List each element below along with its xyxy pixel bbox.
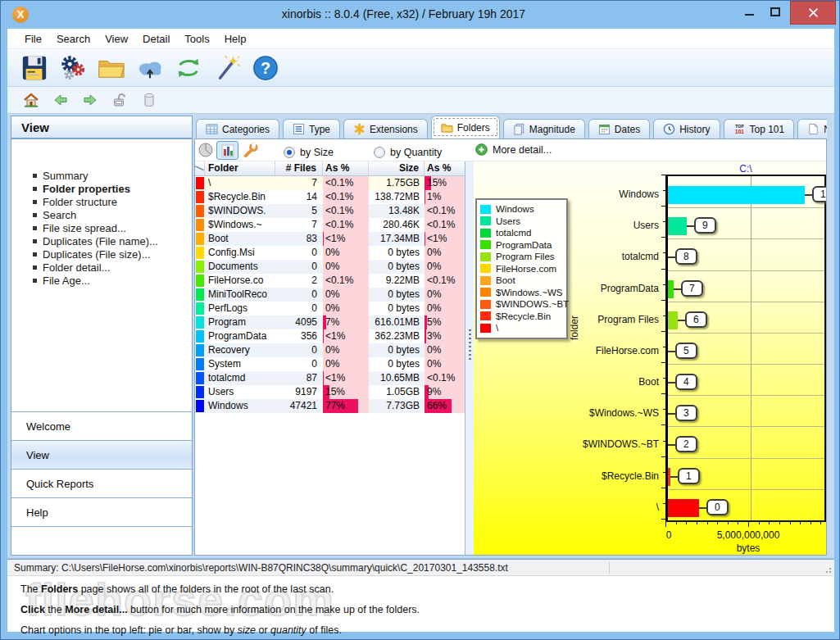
bar-chart-button[interactable] — [216, 141, 238, 160]
size-cell: 0 bytes — [369, 246, 425, 260]
tab-top-101[interactable]: TOP101Top 101 — [724, 119, 795, 138]
sidebar-item-summary[interactable]: Summary — [33, 169, 192, 182]
folder-cell: Windows — [205, 399, 275, 413]
home-button[interactable] — [22, 91, 40, 109]
table-row[interactable]: Boot83<1%17.34MB<1% — [195, 232, 465, 246]
tab-type[interactable]: Type — [283, 119, 340, 138]
x-axis-label: bytes — [703, 542, 793, 554]
header-cell-as[interactable]: As % — [425, 161, 465, 175]
unlock-button[interactable] — [111, 91, 129, 109]
splitter[interactable] — [465, 161, 474, 555]
menu-item-tools[interactable]: Tools — [177, 30, 216, 48]
database-button[interactable] — [140, 91, 158, 109]
file-count-cell: 47421 — [275, 399, 323, 413]
header-cell-files[interactable]: # Files — [275, 161, 323, 175]
file-count-cell: 356 — [275, 329, 323, 343]
sidebar-nav-quick-reports[interactable]: Quick Reports — [11, 469, 192, 497]
header-cell-size[interactable]: Size — [369, 161, 425, 175]
table-row[interactable]: MiniToolReco00%0 bytes0% — [195, 288, 465, 302]
header-cell-as[interactable]: As % — [323, 161, 369, 175]
table-row[interactable]: FileHorse.co2<0.1%9.22MB<0.1% — [195, 274, 465, 288]
file-count-cell: 87 — [275, 371, 323, 385]
sidebar-nav-label: Welcome — [26, 420, 70, 433]
menu-item-file[interactable]: File — [17, 30, 49, 48]
sidebar-nav-view[interactable]: View — [11, 440, 192, 469]
save-button[interactable] — [19, 52, 50, 84]
table-row[interactable]: $WINDOWS.5<0.1%13.48K<0.1% — [195, 204, 465, 218]
by-quantity-radio[interactable]: by Quantity — [374, 144, 442, 159]
table-row[interactable]: Documents00%0 bytes0% — [195, 260, 465, 274]
sidebar-nav-help[interactable]: Help — [11, 497, 192, 526]
back-button[interactable] — [52, 91, 70, 109]
maximize-button[interactable] — [770, 7, 780, 16]
sidebar-item-file-age[interactable]: File Age... — [33, 274, 192, 287]
tab-null[interactable]: Null — [797, 119, 827, 138]
sidebar-item-duplicates-file-size[interactable]: Duplicates (File size)... — [33, 247, 192, 261]
minimize-button[interactable] — [745, 14, 754, 16]
tab-dates[interactable]: Dates — [588, 119, 650, 138]
sidebar-item-folder-structure[interactable]: Folder structure — [33, 195, 192, 208]
legend-label: Users — [496, 216, 520, 226]
title-bar[interactable]: X xinorbis :: 8.0.4 (Free, x32) / Februa… — [1, 1, 839, 29]
size-percent-label: 1% — [427, 191, 441, 202]
help-button[interactable]: ? — [250, 52, 281, 84]
close-button[interactable] — [790, 1, 836, 25]
chart-settings-button[interactable] — [243, 143, 258, 161]
bar-callout: 1 — [678, 468, 700, 484]
table-row[interactable]: Config.Msi00%0 bytes0% — [195, 246, 465, 260]
sidebar-item-search[interactable]: Search — [33, 208, 192, 221]
table-row[interactable]: Users919715%1.05GB9% — [195, 385, 465, 399]
files-percent-label: 0% — [325, 247, 339, 258]
forward-button[interactable] — [81, 91, 99, 109]
sidebar-nav-welcome[interactable]: Welcome — [11, 411, 192, 440]
bottom-panel: Summary: C:\Users\FileHorse.com\xinorbis… — [7, 559, 834, 632]
refresh-button[interactable] — [173, 52, 204, 84]
table-row[interactable]: ProgramData356<1%362.23MB3% — [195, 329, 465, 343]
gridline-horizontal — [668, 302, 824, 302]
table-row[interactable]: \7<0.1%1.75GB15% — [195, 176, 465, 190]
tab-categories[interactable]: Categories — [196, 119, 279, 138]
table-row[interactable]: totalcmd87<1%10.65MB<0.1% — [195, 371, 465, 385]
bar-chart-icon — [220, 143, 235, 158]
tab-magnitude[interactable]: Magnitude — [503, 119, 585, 138]
cloud-upload-button[interactable] — [134, 52, 166, 84]
sidebar-item-duplicates-file-name[interactable]: Duplicates (File name)... — [33, 234, 192, 247]
header-cell-swatch[interactable] — [195, 161, 205, 175]
tab-extensions[interactable]: Extensions — [343, 119, 428, 138]
table-row[interactable]: $Recycle.Bin14<0.1%138.72MB1% — [195, 190, 465, 204]
sidebar-item-folder-properties[interactable]: Folder properties — [33, 182, 192, 195]
bullet-icon — [33, 279, 37, 283]
pie-chart-button[interactable] — [198, 143, 213, 161]
sidebar: View SummaryFolder propertiesFolder stru… — [11, 116, 193, 556]
table-row[interactable]: PerfLogs00%0 bytes0% — [195, 302, 465, 315]
menu-item-detail[interactable]: Detail — [135, 30, 177, 48]
menu-item-search[interactable]: Search — [49, 30, 98, 48]
size-percent-cell: 9% — [425, 385, 465, 399]
table-row[interactable]: Recovery00%0 bytes0% — [195, 343, 465, 357]
open-folder-button[interactable] — [96, 52, 127, 84]
header-cell-folder[interactable]: Folder — [205, 161, 275, 175]
size-percent-label: <0.1% — [427, 372, 455, 384]
table-icon — [206, 123, 218, 135]
y-tick — [663, 315, 665, 316]
more-detail-button[interactable]: More detail... — [475, 143, 552, 156]
table-row[interactable]: Windows4742177%7.73GB66% — [195, 399, 465, 413]
table-row[interactable]: Program40957%616.01MB5% — [195, 315, 465, 329]
settings-button[interactable] — [57, 52, 89, 84]
wizard-button[interactable] — [211, 52, 243, 84]
table-row[interactable]: System00%0 bytes0% — [195, 357, 465, 371]
menu-item-help[interactable]: Help — [217, 30, 254, 48]
resize-grip-icon[interactable] — [824, 565, 832, 574]
table-row[interactable]: $Windows.~7<0.1%280.46K<0.1% — [195, 218, 465, 232]
by-size-radio[interactable]: by Size — [284, 144, 334, 159]
tab-history[interactable]: History — [653, 119, 720, 138]
tab-folders[interactable]: Folders — [431, 116, 500, 138]
description-area: filehorse.com The Folders page shows all… — [7, 576, 834, 632]
sidebar-item-file-size-spread[interactable]: File size spread... — [33, 221, 192, 234]
sidebar-item-folder-detail[interactable]: Folder detail... — [33, 261, 192, 274]
menu-item-view[interactable]: View — [98, 30, 135, 48]
wizard-icon — [213, 54, 241, 82]
description-text: Click — [20, 604, 45, 615]
legend-swatch — [480, 216, 491, 225]
percent-bar — [323, 329, 324, 343]
